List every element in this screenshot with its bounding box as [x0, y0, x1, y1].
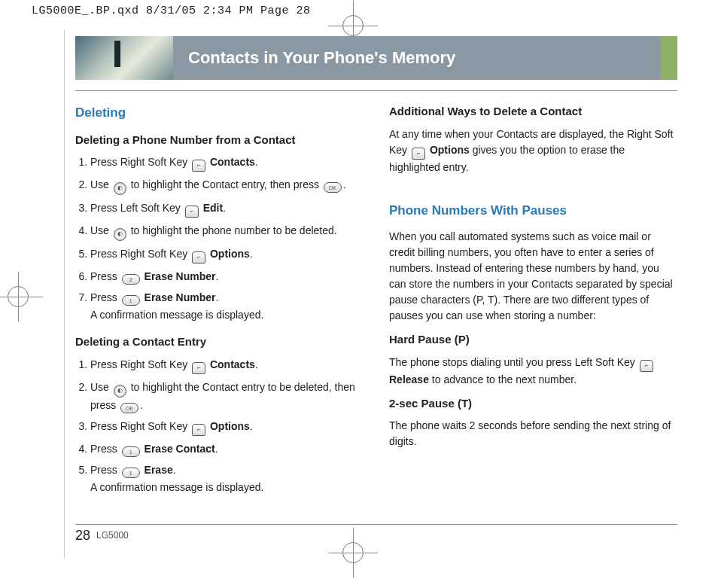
softkey-icon: ⌐ [412, 148, 425, 160]
list-item: Press 2 Erase Number. [90, 269, 364, 285]
list-item: Press 1 Erase Contact. [90, 441, 364, 457]
softkey-icon: ⌐ [192, 362, 205, 374]
paragraph: The phone waits 2 seconds before sending… [389, 418, 677, 449]
paragraph: At any time when your Contacts are displ… [389, 126, 677, 175]
section-heading-deleting: Deleting [75, 103, 364, 123]
page-number: 28 [75, 528, 90, 544]
steps-delete-number: Press Right Soft Key ⌐ Contacts. Use ◐ t… [75, 154, 364, 323]
nav-key-icon: ◐ [114, 385, 126, 398]
list-item: Use ◐ to highlight the Contact entry, th… [90, 177, 364, 195]
softkey-icon: ⌐ [185, 206, 199, 218]
divider [75, 90, 677, 91]
right-column: Additional Ways to Delete a Contact At a… [389, 100, 677, 506]
numkey-1-icon: 1 [122, 468, 140, 478]
list-item: Use ◐ to highlight the Contact entry to … [90, 379, 364, 413]
confirmation-note: A confirmation message is displayed. [90, 480, 364, 495]
softkey-icon: ⌐ [640, 360, 653, 372]
list-item: Press 1 Erase Number. A confirmation mes… [90, 290, 364, 323]
list-item: Press Right Soft Key ⌐ Contacts. [90, 154, 364, 172]
subheading-delete-entry: Deleting a Contact Entry [75, 334, 364, 351]
list-item: Press 1 Erase. A confirmation message is… [90, 462, 364, 495]
softkey-icon: ⌐ [192, 424, 205, 436]
numkey-1-icon: 1 [122, 295, 140, 306]
nav-key-icon: ◐ [114, 228, 126, 241]
list-item: Press Right Soft Key ⌐ Options. [90, 246, 364, 264]
list-item: Press Right Soft Key ⌐ Contacts. [90, 357, 364, 374]
ok-key-icon: OK [324, 182, 342, 193]
list-item: Press Right Soft Key ⌐ Options. [90, 419, 364, 436]
subheading-hard-pause: Hard Pause (P) [389, 331, 677, 349]
numkey-1-icon: 1 [122, 446, 140, 457]
header-accent [661, 36, 677, 80]
section-heading-pauses: Phone Numbers With Pauses [389, 201, 677, 221]
list-item: Press Left Soft Key ⌐ Edit. [90, 200, 364, 218]
steps-delete-entry: Press Right Soft Key ⌐ Contacts. Use ◐ t… [75, 357, 364, 495]
model-label: LG5000 [96, 530, 129, 541]
header-image [75, 36, 173, 80]
registration-mark-left [8, 286, 29, 307]
chapter-header: Contacts in Your Phone's Memory [75, 36, 677, 80]
nav-key-icon: ◐ [114, 182, 126, 195]
confirmation-note: A confirmation message is displayed. [90, 307, 364, 323]
registration-mark-bottom [342, 542, 364, 563]
chapter-title: Contacts in Your Phone's Memory [173, 36, 661, 80]
list-item: Use ◐ to highlight the phone number to b… [90, 223, 364, 241]
page-content: Contacts in Your Phone's Memory Deleting… [75, 36, 677, 544]
left-column: Deleting Deleting a Phone Number from a … [75, 100, 364, 506]
numkey-2-icon: 2 [122, 274, 140, 285]
page-footer: 28 LG5000 [75, 524, 677, 544]
softkey-icon: ⌐ [192, 160, 205, 172]
ok-key-icon: OK [120, 403, 138, 413]
paragraph: The phone stops dialing until you press … [389, 355, 677, 388]
softkey-icon: ⌐ [192, 251, 205, 264]
subheading-2sec-pause: 2-sec Pause (T) [389, 395, 677, 413]
crop-guide-left [64, 30, 65, 558]
paragraph: When you call automated systems such as … [389, 229, 677, 324]
subheading-additional-delete: Additional Ways to Delete a Contact [389, 103, 677, 120]
registration-mark-top [342, 15, 364, 36]
subheading-delete-number: Deleting a Phone Number from a Contact [75, 132, 364, 149]
